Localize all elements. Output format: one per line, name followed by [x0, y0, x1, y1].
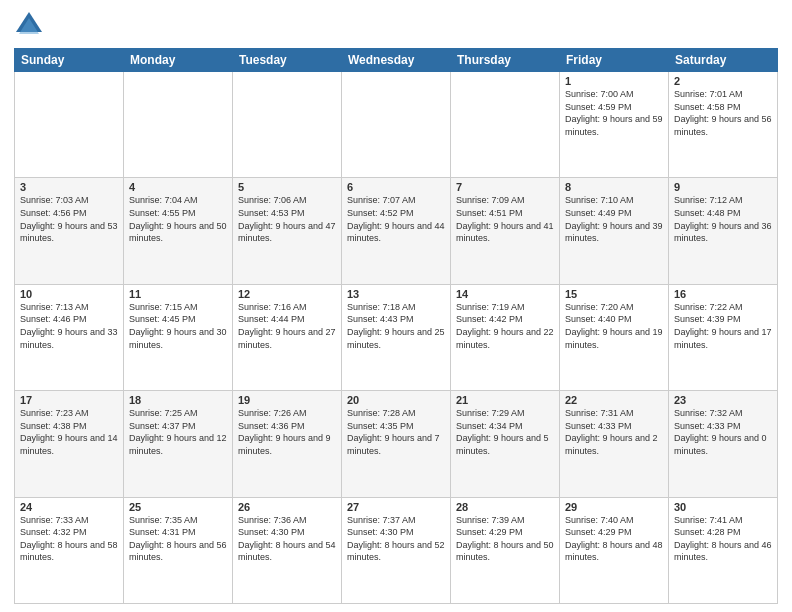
- day-info: Sunrise: 7:28 AM Sunset: 4:35 PM Dayligh…: [347, 407, 445, 457]
- day-info: Sunrise: 7:16 AM Sunset: 4:44 PM Dayligh…: [238, 301, 336, 351]
- day-number: 24: [20, 501, 118, 513]
- table-row: 29Sunrise: 7:40 AM Sunset: 4:29 PM Dayli…: [560, 497, 669, 603]
- table-row: 13Sunrise: 7:18 AM Sunset: 4:43 PM Dayli…: [342, 284, 451, 390]
- day-info: Sunrise: 7:19 AM Sunset: 4:42 PM Dayligh…: [456, 301, 554, 351]
- table-row: 15Sunrise: 7:20 AM Sunset: 4:40 PM Dayli…: [560, 284, 669, 390]
- day-number: 7: [456, 181, 554, 193]
- day-number: 11: [129, 288, 227, 300]
- day-info: Sunrise: 7:18 AM Sunset: 4:43 PM Dayligh…: [347, 301, 445, 351]
- col-tuesday: Tuesday: [233, 49, 342, 72]
- day-info: Sunrise: 7:20 AM Sunset: 4:40 PM Dayligh…: [565, 301, 663, 351]
- table-row: [124, 72, 233, 178]
- day-number: 10: [20, 288, 118, 300]
- week-row: 3Sunrise: 7:03 AM Sunset: 4:56 PM Daylig…: [15, 178, 778, 284]
- header: [14, 10, 778, 40]
- week-row: 24Sunrise: 7:33 AM Sunset: 4:32 PM Dayli…: [15, 497, 778, 603]
- calendar-table: Sunday Monday Tuesday Wednesday Thursday…: [14, 48, 778, 604]
- table-row: [342, 72, 451, 178]
- day-number: 14: [456, 288, 554, 300]
- day-info: Sunrise: 7:26 AM Sunset: 4:36 PM Dayligh…: [238, 407, 336, 457]
- table-row: 28Sunrise: 7:39 AM Sunset: 4:29 PM Dayli…: [451, 497, 560, 603]
- day-info: Sunrise: 7:10 AM Sunset: 4:49 PM Dayligh…: [565, 194, 663, 244]
- week-row: 17Sunrise: 7:23 AM Sunset: 4:38 PM Dayli…: [15, 391, 778, 497]
- table-row: 17Sunrise: 7:23 AM Sunset: 4:38 PM Dayli…: [15, 391, 124, 497]
- day-number: 16: [674, 288, 772, 300]
- day-number: 4: [129, 181, 227, 193]
- table-row: 2Sunrise: 7:01 AM Sunset: 4:58 PM Daylig…: [669, 72, 778, 178]
- day-info: Sunrise: 7:31 AM Sunset: 4:33 PM Dayligh…: [565, 407, 663, 457]
- day-info: Sunrise: 7:01 AM Sunset: 4:58 PM Dayligh…: [674, 88, 772, 138]
- table-row: 9Sunrise: 7:12 AM Sunset: 4:48 PM Daylig…: [669, 178, 778, 284]
- day-number: 6: [347, 181, 445, 193]
- day-info: Sunrise: 7:29 AM Sunset: 4:34 PM Dayligh…: [456, 407, 554, 457]
- day-info: Sunrise: 7:35 AM Sunset: 4:31 PM Dayligh…: [129, 514, 227, 564]
- table-row: 19Sunrise: 7:26 AM Sunset: 4:36 PM Dayli…: [233, 391, 342, 497]
- table-row: 8Sunrise: 7:10 AM Sunset: 4:49 PM Daylig…: [560, 178, 669, 284]
- col-friday: Friday: [560, 49, 669, 72]
- table-row: 27Sunrise: 7:37 AM Sunset: 4:30 PM Dayli…: [342, 497, 451, 603]
- table-row: 6Sunrise: 7:07 AM Sunset: 4:52 PM Daylig…: [342, 178, 451, 284]
- day-number: 19: [238, 394, 336, 406]
- col-wednesday: Wednesday: [342, 49, 451, 72]
- logo-icon: [14, 10, 44, 40]
- day-number: 30: [674, 501, 772, 513]
- page: Sunday Monday Tuesday Wednesday Thursday…: [0, 0, 792, 612]
- table-row: 25Sunrise: 7:35 AM Sunset: 4:31 PM Dayli…: [124, 497, 233, 603]
- day-info: Sunrise: 7:37 AM Sunset: 4:30 PM Dayligh…: [347, 514, 445, 564]
- day-number: 29: [565, 501, 663, 513]
- table-row: 18Sunrise: 7:25 AM Sunset: 4:37 PM Dayli…: [124, 391, 233, 497]
- day-number: 9: [674, 181, 772, 193]
- day-number: 21: [456, 394, 554, 406]
- day-info: Sunrise: 7:41 AM Sunset: 4:28 PM Dayligh…: [674, 514, 772, 564]
- day-info: Sunrise: 7:23 AM Sunset: 4:38 PM Dayligh…: [20, 407, 118, 457]
- day-number: 28: [456, 501, 554, 513]
- table-row: 16Sunrise: 7:22 AM Sunset: 4:39 PM Dayli…: [669, 284, 778, 390]
- col-thursday: Thursday: [451, 49, 560, 72]
- day-info: Sunrise: 7:33 AM Sunset: 4:32 PM Dayligh…: [20, 514, 118, 564]
- day-number: 26: [238, 501, 336, 513]
- day-number: 22: [565, 394, 663, 406]
- day-number: 12: [238, 288, 336, 300]
- day-info: Sunrise: 7:00 AM Sunset: 4:59 PM Dayligh…: [565, 88, 663, 138]
- day-info: Sunrise: 7:06 AM Sunset: 4:53 PM Dayligh…: [238, 194, 336, 244]
- table-row: 22Sunrise: 7:31 AM Sunset: 4:33 PM Dayli…: [560, 391, 669, 497]
- day-number: 17: [20, 394, 118, 406]
- col-saturday: Saturday: [669, 49, 778, 72]
- day-info: Sunrise: 7:07 AM Sunset: 4:52 PM Dayligh…: [347, 194, 445, 244]
- day-number: 8: [565, 181, 663, 193]
- table-row: 3Sunrise: 7:03 AM Sunset: 4:56 PM Daylig…: [15, 178, 124, 284]
- table-row: 11Sunrise: 7:15 AM Sunset: 4:45 PM Dayli…: [124, 284, 233, 390]
- header-row: Sunday Monday Tuesday Wednesday Thursday…: [15, 49, 778, 72]
- table-row: 12Sunrise: 7:16 AM Sunset: 4:44 PM Dayli…: [233, 284, 342, 390]
- day-number: 1: [565, 75, 663, 87]
- day-number: 23: [674, 394, 772, 406]
- day-number: 20: [347, 394, 445, 406]
- day-info: Sunrise: 7:15 AM Sunset: 4:45 PM Dayligh…: [129, 301, 227, 351]
- day-info: Sunrise: 7:39 AM Sunset: 4:29 PM Dayligh…: [456, 514, 554, 564]
- day-info: Sunrise: 7:36 AM Sunset: 4:30 PM Dayligh…: [238, 514, 336, 564]
- day-info: Sunrise: 7:25 AM Sunset: 4:37 PM Dayligh…: [129, 407, 227, 457]
- table-row: 24Sunrise: 7:33 AM Sunset: 4:32 PM Dayli…: [15, 497, 124, 603]
- day-number: 25: [129, 501, 227, 513]
- day-number: 15: [565, 288, 663, 300]
- table-row: 14Sunrise: 7:19 AM Sunset: 4:42 PM Dayli…: [451, 284, 560, 390]
- logo: [14, 10, 50, 40]
- day-info: Sunrise: 7:09 AM Sunset: 4:51 PM Dayligh…: [456, 194, 554, 244]
- table-row: [451, 72, 560, 178]
- day-info: Sunrise: 7:40 AM Sunset: 4:29 PM Dayligh…: [565, 514, 663, 564]
- day-number: 13: [347, 288, 445, 300]
- table-row: 30Sunrise: 7:41 AM Sunset: 4:28 PM Dayli…: [669, 497, 778, 603]
- week-row: 1Sunrise: 7:00 AM Sunset: 4:59 PM Daylig…: [15, 72, 778, 178]
- table-row: 7Sunrise: 7:09 AM Sunset: 4:51 PM Daylig…: [451, 178, 560, 284]
- table-row: 4Sunrise: 7:04 AM Sunset: 4:55 PM Daylig…: [124, 178, 233, 284]
- table-row: 1Sunrise: 7:00 AM Sunset: 4:59 PM Daylig…: [560, 72, 669, 178]
- day-number: 27: [347, 501, 445, 513]
- col-monday: Monday: [124, 49, 233, 72]
- day-info: Sunrise: 7:04 AM Sunset: 4:55 PM Dayligh…: [129, 194, 227, 244]
- table-row: 5Sunrise: 7:06 AM Sunset: 4:53 PM Daylig…: [233, 178, 342, 284]
- day-info: Sunrise: 7:13 AM Sunset: 4:46 PM Dayligh…: [20, 301, 118, 351]
- day-info: Sunrise: 7:22 AM Sunset: 4:39 PM Dayligh…: [674, 301, 772, 351]
- table-row: 26Sunrise: 7:36 AM Sunset: 4:30 PM Dayli…: [233, 497, 342, 603]
- day-number: 18: [129, 394, 227, 406]
- week-row: 10Sunrise: 7:13 AM Sunset: 4:46 PM Dayli…: [15, 284, 778, 390]
